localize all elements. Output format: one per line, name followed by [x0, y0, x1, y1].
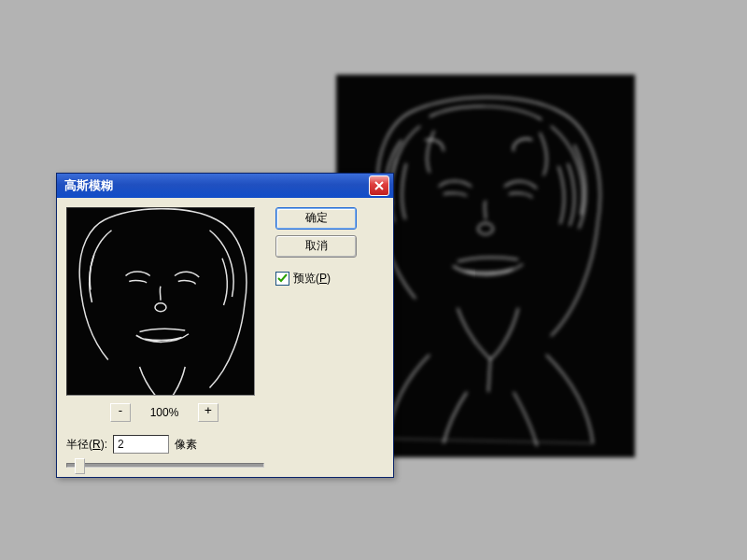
- preview-checkbox-label: 预览(P): [293, 271, 331, 287]
- radius-label: 半径(R):: [66, 437, 107, 453]
- button-column: 确定 取消 预览(P): [262, 207, 384, 468]
- gaussian-blur-dialog: 高斯模糊: [56, 173, 394, 478]
- dialog-title: 高斯模糊: [64, 177, 113, 194]
- radius-slider[interactable]: [66, 463, 264, 468]
- dialog-titlebar[interactable]: 高斯模糊: [57, 174, 393, 198]
- cancel-button[interactable]: 取消: [275, 235, 357, 258]
- preview-image[interactable]: [66, 207, 255, 396]
- close-icon: [374, 181, 384, 190]
- preview-checkbox-row: 预览(P): [275, 271, 384, 287]
- ok-button[interactable]: 确定: [275, 207, 357, 230]
- radius-unit: 像素: [175, 437, 197, 453]
- preview-checkbox[interactable]: [275, 272, 289, 286]
- dialog-body: - 100% + 半径(R): 像素 确定 取消: [57, 198, 393, 477]
- check-icon: [277, 273, 288, 284]
- svg-point-1: [155, 303, 166, 312]
- slider-thumb[interactable]: [75, 458, 85, 474]
- radius-input[interactable]: [113, 435, 169, 454]
- close-button[interactable]: [369, 175, 389, 196]
- radius-row: 半径(R): 像素: [66, 435, 262, 454]
- zoom-controls: - 100% +: [66, 403, 262, 422]
- preview-column: - 100% + 半径(R): 像素: [66, 207, 262, 468]
- zoom-percentage: 100%: [146, 406, 183, 419]
- svg-point-0: [478, 223, 493, 234]
- zoom-out-button[interactable]: -: [110, 403, 131, 422]
- zoom-in-button[interactable]: +: [198, 403, 218, 422]
